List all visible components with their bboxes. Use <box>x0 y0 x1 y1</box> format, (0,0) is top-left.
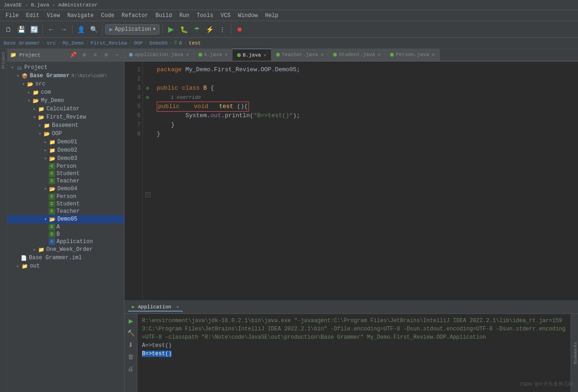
back-button[interactable]: ← <box>45 24 57 35</box>
tab-close-person[interactable]: ✕ <box>432 52 435 57</box>
profile-button[interactable]: 👤 <box>75 24 86 35</box>
tab-close-student[interactable]: ✕ <box>378 52 380 57</box>
debug-button[interactable]: 🐛 <box>178 24 189 35</box>
tree-item-demo05[interactable]: ▾ 📂 Demo05 <box>7 215 124 223</box>
print-button[interactable]: 🖨 <box>126 364 136 374</box>
tab-person[interactable]: Person.java ✕ <box>385 49 440 61</box>
breadcrumb-oop[interactable]: OOP <box>134 40 143 46</box>
tab-close-bjava[interactable]: ✕ <box>264 52 266 58</box>
bottom-tab-close[interactable]: ✕ <box>176 305 179 310</box>
panel-expand-button[interactable]: ≡ <box>91 51 99 59</box>
tree-label-one-week: One_Week_Order <box>46 246 93 253</box>
tab-close-application[interactable]: ✕ <box>186 52 189 57</box>
class-c-icon: C <box>49 224 55 230</box>
search-button[interactable]: 🔍 <box>88 24 99 35</box>
fold-icon[interactable]: − <box>145 192 150 197</box>
profile-run-button[interactable]: ⚡ <box>204 24 215 35</box>
tab-ajava[interactable]: A.java ✕ <box>194 49 233 61</box>
tree-item-demo02[interactable]: ▸ 📁 Demo02 <box>7 146 124 154</box>
tree-item-basement[interactable]: ▸ 📁 Basement <box>7 121 124 130</box>
stop-button[interactable]: ■ <box>234 24 245 35</box>
run-config-selector[interactable]: ▶ Application ▼ <box>105 24 159 34</box>
bookmarks-label[interactable]: Bookmarks <box>573 342 578 364</box>
panel-pin-button[interactable]: 📌 <box>69 51 77 59</box>
breadcrumb-b[interactable]: B <box>179 40 182 46</box>
tree-item-one-week[interactable]: ▸ 📁 One_Week_Order <box>7 245 124 254</box>
breadcrumb-my-demo[interactable]: My_Demo <box>62 40 84 46</box>
menu-edit[interactable]: Edit <box>23 11 43 20</box>
tree-item-demo05-a[interactable]: C A <box>7 223 124 231</box>
breadcrumb-test[interactable]: test <box>189 40 201 46</box>
run-button[interactable]: ▶ <box>165 24 176 35</box>
tree-item-demo04-teacher[interactable]: C Teacher <box>7 208 124 215</box>
new-project-button[interactable]: 🗋 <box>3 24 14 35</box>
panel-gear-button[interactable]: ⚙ <box>102 51 110 59</box>
panel-close-button[interactable]: — <box>113 51 121 59</box>
tree-item-demo05-b[interactable]: C B <box>7 231 124 238</box>
bottom-tab-run[interactable]: ▶ Application ✕ <box>128 303 183 312</box>
breadcrumb-first-review[interactable]: First_Review <box>91 40 127 46</box>
class-impl-icon[interactable]: ⊙ <box>143 84 152 93</box>
menu-navigate[interactable]: Navigate <box>63 11 97 20</box>
breadcrumb-src[interactable]: src <box>47 40 56 46</box>
tree-item-out[interactable]: ▸ 📁 out <box>7 262 124 270</box>
menu-vcs[interactable]: VCS <box>217 11 234 20</box>
menu-file[interactable]: File <box>2 11 23 20</box>
tree-item-calculator[interactable]: ▸ 📁 Calculator <box>7 105 124 113</box>
tree-label-demo04-student: Student <box>57 201 79 207</box>
tab-teacher[interactable]: Teacher.java ✕ <box>272 49 329 61</box>
tree-item-oop[interactable]: ▾ 📂 OOP <box>7 130 124 138</box>
tree-item-project[interactable]: ▾ 🗂 Project <box>7 63 124 72</box>
save-button[interactable]: 💾 <box>16 24 27 35</box>
tab-close-ajava[interactable]: ✕ <box>225 52 227 57</box>
tree-item-demo04[interactable]: ▾ 📂 Demo04 <box>7 185 124 193</box>
run-icon: ▶ <box>132 304 135 310</box>
menu-run[interactable]: Run <box>176 11 193 20</box>
run-again-button[interactable]: ▶ <box>126 316 136 326</box>
tab-student[interactable]: Student.java ✕ <box>329 49 385 61</box>
tab-bjava[interactable]: B.java ✕ <box>232 49 272 61</box>
tree-item-first-review[interactable]: ▾ 📂 First_Review <box>7 113 124 121</box>
tab-close-teacher[interactable]: ✕ <box>321 52 323 57</box>
tree-item-demo03-teacher[interactable]: C Teacher <box>7 177 124 185</box>
menu-refactor[interactable]: Refactor <box>118 11 152 20</box>
clear-console-button[interactable]: 🗑 <box>126 352 136 362</box>
console-highlight: B=>test() <box>142 351 172 357</box>
menu-help[interactable]: Help <box>261 11 282 20</box>
tree-item-demo01[interactable]: ▸ 📁 Demo01 <box>7 138 124 146</box>
forward-button[interactable]: → <box>58 24 69 35</box>
breadcrumb-demo05[interactable]: Demo05 <box>149 40 168 46</box>
tree-item-src[interactable]: ▾ 📂 src <box>7 80 124 88</box>
tree-item-com[interactable]: ▸ 📁 com <box>7 88 124 97</box>
sync-button[interactable]: 🔄 <box>28 24 40 35</box>
run-config-label: Application <box>115 26 151 33</box>
tree-item-demo03-person[interactable]: C Person <box>7 163 124 170</box>
tree-item-demo03-student[interactable]: C Student <box>7 170 124 177</box>
menu-tools[interactable]: Tools <box>193 11 217 20</box>
tree-item-my-demo[interactable]: ▾ 📂 My_Demo <box>7 97 124 105</box>
menu-window[interactable]: Window <box>234 11 261 20</box>
build-button[interactable]: 🔨 <box>126 328 136 338</box>
tree-item-demo05-application[interactable]: A Application <box>7 238 124 245</box>
tree-label-demo03-person: Person <box>57 163 76 170</box>
tree-item-demo03[interactable]: ▾ 📂 Demo03 <box>7 154 124 163</box>
tree-item-demo04-student[interactable]: C Student <box>7 200 124 208</box>
panel-settings-button[interactable]: ⚙ <box>80 51 88 59</box>
code-content[interactable]: package My_Demo.First_Review.OOP.Demo05;… <box>152 62 572 300</box>
breadcrumb-base-grammer[interactable]: Base Grammer <box>4 40 40 46</box>
tree-item-base-grammer[interactable]: ▾ 📦 Base Grammer R:\Note\code\ <box>7 72 124 80</box>
tree-item-demo04-person[interactable]: C Person <box>7 193 124 200</box>
tab-application[interactable]: Application.java ✕ <box>125 49 194 61</box>
menu-build[interactable]: Build <box>152 11 176 20</box>
console-output[interactable]: R:\environment\java\jdk-18.0.2.1\bin\jav… <box>137 314 571 392</box>
project-side-label: Project <box>1 50 6 71</box>
method-impl-icon[interactable]: ⊙ <box>143 93 152 102</box>
more-run-button[interactable]: ⋮ <box>217 24 228 35</box>
tree-label-com: com <box>41 89 51 96</box>
menu-view[interactable]: View <box>43 11 64 20</box>
menu-code[interactable]: Code <box>97 11 118 20</box>
coverage-button[interactable]: ☂ <box>191 24 202 35</box>
scroll-to-end-button[interactable]: ⬇ <box>126 340 136 350</box>
tree-item-iml[interactable]: 📄 Base Grammer.iml <box>7 254 124 262</box>
arrow-icon: ▸ <box>15 263 21 269</box>
